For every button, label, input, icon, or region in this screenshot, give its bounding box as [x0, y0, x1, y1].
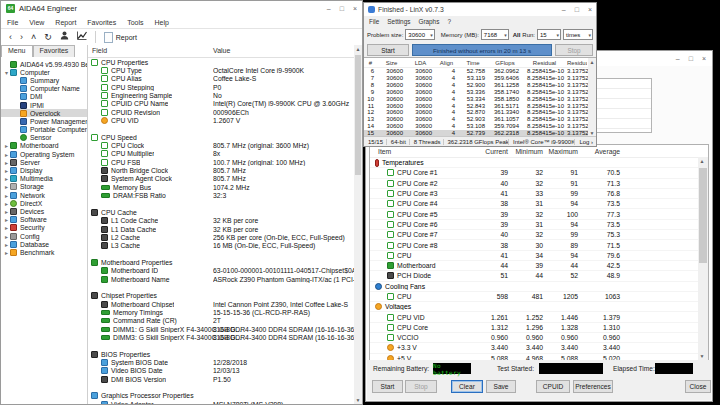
tab-favorites[interactable]: Favorites: [33, 45, 76, 57]
tree-collapsed-icon[interactable]: ▸: [3, 159, 10, 166]
table-row[interactable]: DIMM1: G Skill SniperX F4-3400C16-8G...8…: [88, 325, 354, 333]
save-button[interactable]: Save: [486, 380, 516, 393]
group-header-row[interactable]: CPU Speed: [88, 133, 354, 141]
tree-collapsed-icon[interactable]: ▸: [3, 208, 10, 215]
table-row[interactable]: L2 Cache256 KB per core (On-Die, ECC, Fu…: [88, 233, 354, 241]
tree-expanded-icon[interactable]: ▾: [3, 69, 10, 76]
sidebar-item-server[interactable]: ▸Server: [1, 158, 87, 166]
table-row[interactable]: CPUID Revision000906ECh: [88, 108, 354, 116]
table-row[interactable]: Memory Timings15-15-15-36 (CL-RCD-RP-RAS…: [88, 308, 354, 316]
result-row[interactable]: 93060030600453.336358.17408.258415e-103.…: [364, 89, 596, 96]
tree-collapsed-icon[interactable]: ▸: [3, 142, 10, 149]
sidebar-item-software[interactable]: ▸Software: [1, 216, 87, 224]
minimize-button[interactable]: –: [562, 6, 566, 13]
tree-collapsed-icon[interactable]: ▸: [3, 200, 10, 207]
table-row[interactable]: Video AdapterMSI N780Ti (MS-V298): [88, 400, 354, 404]
scrollbar-thumb[interactable]: [699, 168, 707, 263]
column-header-residual[interactable]: Residual: [522, 60, 567, 66]
cpuid-button[interactable]: CPUID: [536, 380, 570, 393]
tree-collapsed-icon[interactable]: ▸: [3, 151, 10, 158]
menu-item-help[interactable]: Help: [154, 19, 168, 26]
menu-item-settings[interactable]: Settings: [387, 18, 410, 25]
column-header-size[interactable]: Size: [377, 60, 406, 66]
sensor-scrollbar[interactable]: ▲ ▼: [698, 157, 708, 360]
table-row[interactable]: System Agent Clock805.7 MHz: [88, 175, 354, 183]
sensor-row[interactable]: CPU Core #438319473.5: [370, 199, 708, 209]
tab-menu[interactable]: Menu: [1, 45, 33, 57]
value-column-header[interactable]: Value: [213, 47, 230, 54]
tree-collapsed-icon[interactable]: ▸: [3, 249, 10, 256]
menu-item-view[interactable]: View: [29, 19, 44, 26]
sidebar-item-display[interactable]: ▸Display: [1, 166, 87, 174]
table-row[interactable]: DRAM:FSB Ratio32:3: [88, 192, 354, 200]
aida64-titlebar[interactable]: 64 AIDA64 Engineer – □ ×: [1, 1, 362, 16]
sidebar-item-aida64-v5-99-4930-beta[interactable]: AIDA64 v5.99.4930 Beta: [1, 60, 87, 68]
sidebar-item-overclock[interactable]: Overclock: [1, 109, 87, 117]
scroll-down-icon[interactable]: ▼: [354, 396, 362, 404]
menu-item-report[interactable]: Report: [55, 19, 76, 26]
sidebar-item-summary[interactable]: Summary: [1, 76, 87, 84]
group-header-row[interactable]: Chipset Properties: [88, 292, 354, 300]
column-header-align[interactable]: Align: [435, 60, 458, 66]
close-button[interactable]: ×: [353, 5, 357, 12]
group-header-row[interactable]: BIOS Properties: [88, 350, 354, 358]
tree-collapsed-icon[interactable]: ▸: [3, 192, 10, 199]
log-button[interactable]: Log ›: [575, 139, 596, 145]
close-button[interactable]: Close: [685, 380, 711, 393]
sensor-row[interactable]: Motherboard44394442.5: [370, 261, 708, 271]
aida64-scrollbar[interactable]: ▲ ▼: [354, 45, 362, 404]
table-row[interactable]: CPU AliasCoffee Lake-S: [88, 75, 354, 83]
sidebar-item-security[interactable]: ▸Security: [1, 224, 87, 232]
result-row[interactable]: 123060030600452.870361.33408.258415e-103…: [364, 109, 596, 116]
sidebar-item-power-management[interactable]: Power Management: [1, 117, 87, 125]
column-header--[interactable]: #: [364, 60, 377, 66]
sidebar-item-portable-computer[interactable]: Portable Computer: [1, 126, 87, 134]
maximum-column-header[interactable]: Maximum: [543, 148, 578, 155]
close-button[interactable]: ×: [702, 55, 706, 62]
table-row[interactable]: CPU SteppingP0: [88, 83, 354, 91]
sidebar-item-devices[interactable]: ▸Devices: [1, 207, 87, 215]
tree-collapsed-icon[interactable]: ▸: [3, 216, 10, 223]
column-header-residual-norm-[interactable]: Residual (norm.): [567, 60, 587, 66]
table-row[interactable]: DIMM3: G Skill SniperX F4-3400C16-8G...8…: [88, 333, 354, 341]
sidebar-item-ipmi[interactable]: IPMI: [1, 101, 87, 109]
menu-item-favorites[interactable]: Favorites: [87, 19, 116, 26]
result-row[interactable]: 63060030600452.758362.09628.258415e-103.…: [364, 68, 596, 75]
back-icon[interactable]: ‹: [9, 30, 12, 44]
sensor-row[interactable]: CPU Core #5393210077.3: [370, 209, 708, 219]
maximize-button[interactable]: □: [340, 5, 344, 12]
sidebar-item-network[interactable]: ▸Network: [1, 191, 87, 199]
report-button[interactable]: Report: [100, 32, 141, 43]
menu-item-help[interactable]: ?: [447, 18, 451, 25]
sensor-row[interactable]: CPU Core #240329171.3: [370, 179, 708, 189]
user-icon[interactable]: [60, 30, 69, 44]
sidebar-item-benchmark[interactable]: ▸Benchmark: [1, 248, 87, 256]
column-header[interactable]: Field Value: [88, 45, 354, 58]
table-row[interactable]: CPU VID1.2607 V: [88, 116, 354, 124]
tree-collapsed-icon[interactable]: ▸: [3, 241, 10, 248]
table-row[interactable]: CPU FSB100.7 MHz (original: 100 MHz): [88, 158, 354, 166]
sidebar-item-dmi[interactable]: DMI: [1, 93, 87, 101]
minimize-button[interactable]: –: [676, 55, 680, 62]
problem-size-select[interactable]: 30600 ▾: [405, 29, 434, 40]
result-row[interactable]: 143060030600453.108359.70948.258415e-103…: [364, 123, 596, 130]
minimum-column-header[interactable]: Minimum: [508, 148, 543, 155]
menu-item-file[interactable]: File: [369, 18, 379, 25]
result-row[interactable]: 103060030600453.334358.18508.258415e-103…: [364, 95, 596, 102]
table-row[interactable]: System BIOS Date12/28/2018: [88, 358, 354, 366]
sensor-row[interactable]: CPU Core #139329170.5: [370, 168, 708, 178]
sidebar-item-config[interactable]: ▸Config: [1, 232, 87, 240]
column-header-lda[interactable]: LDA: [406, 60, 435, 66]
table-row[interactable]: L1 Data Cache32 KB per core: [88, 225, 354, 233]
item-column-header[interactable]: Item: [370, 148, 478, 155]
table-row[interactable]: L3 Cache16 MB (On-Die, ECC, Full-Speed): [88, 242, 354, 250]
table-row[interactable]: CPU Multiplier8x: [88, 150, 354, 158]
table-row[interactable]: Video BIOS Date12/03/13: [88, 367, 354, 375]
sensor-row[interactable]: CPU VID1.2611.2521.4461.379: [370, 312, 708, 322]
sensor-row[interactable]: +3.3 V3.4403.4403.4403.440: [370, 343, 708, 353]
group-header-row[interactable]: CPU Properties: [88, 58, 354, 66]
sensor-row[interactable]: CPU Core #341339976.8: [370, 189, 708, 199]
sensor-row[interactable]: PCH Diode51445248.9: [370, 271, 708, 281]
sensor-row[interactable]: CPU Core #639319473.5: [370, 220, 708, 230]
stop-button[interactable]: Stop: [405, 380, 437, 393]
